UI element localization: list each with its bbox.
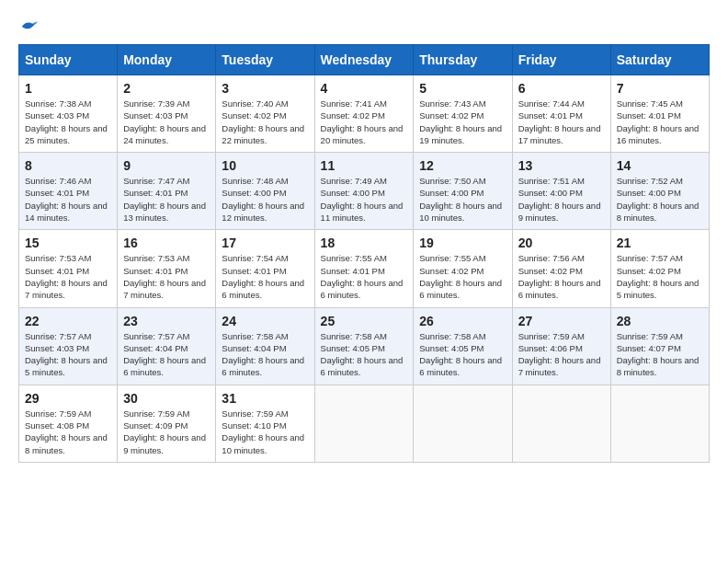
day-info: Sunrise: 7:55 AM Sunset: 4:01 PM Dayligh… — [321, 252, 408, 301]
day-number: 3 — [222, 81, 308, 96]
day-info: Sunrise: 7:51 AM Sunset: 4:00 PM Dayligh… — [518, 175, 605, 224]
calendar-week-row: 22Sunrise: 7:57 AM Sunset: 4:03 PM Dayli… — [19, 307, 710, 385]
day-info: Sunrise: 7:58 AM Sunset: 4:05 PM Dayligh… — [419, 330, 506, 379]
day-info: Sunrise: 7:44 AM Sunset: 4:01 PM Dayligh… — [518, 98, 605, 146]
day-info: Sunrise: 7:58 AM Sunset: 4:04 PM Dayligh… — [222, 330, 308, 379]
calendar-cell: 6Sunrise: 7:44 AM Sunset: 4:01 PM Daylig… — [512, 75, 610, 153]
calendar-cell — [314, 385, 414, 462]
day-info: Sunrise: 7:59 AM Sunset: 4:06 PM Dayligh… — [518, 330, 605, 379]
day-number: 28 — [617, 314, 703, 328]
day-number: 6 — [518, 81, 605, 96]
day-info: Sunrise: 7:57 AM Sunset: 4:04 PM Dayligh… — [123, 330, 210, 379]
calendar-cell: 22Sunrise: 7:57 AM Sunset: 4:03 PM Dayli… — [19, 307, 118, 385]
day-number: 25 — [321, 314, 408, 328]
calendar-week-row: 29Sunrise: 7:59 AM Sunset: 4:08 PM Dayli… — [19, 385, 710, 462]
day-number: 20 — [518, 236, 605, 250]
calendar-cell: 30Sunrise: 7:59 AM Sunset: 4:09 PM Dayli… — [118, 385, 216, 462]
day-info: Sunrise: 7:59 AM Sunset: 4:08 PM Dayligh… — [25, 408, 111, 456]
calendar-cell: 16Sunrise: 7:53 AM Sunset: 4:01 PM Dayli… — [118, 230, 216, 307]
calendar-table: SundayMondayTuesdayWednesdayThursdayFrid… — [18, 44, 710, 463]
calendar-cell: 20Sunrise: 7:56 AM Sunset: 4:02 PM Dayli… — [512, 230, 610, 307]
calendar-cell: 27Sunrise: 7:59 AM Sunset: 4:06 PM Dayli… — [512, 307, 610, 385]
calendar-cell: 17Sunrise: 7:54 AM Sunset: 4:01 PM Dayli… — [216, 230, 314, 307]
calendar-cell: 21Sunrise: 7:57 AM Sunset: 4:02 PM Dayli… — [610, 230, 709, 307]
calendar-cell: 18Sunrise: 7:55 AM Sunset: 4:01 PM Dayli… — [314, 230, 414, 307]
day-number: 5 — [419, 81, 506, 96]
day-number: 10 — [222, 158, 308, 173]
calendar-cell: 1Sunrise: 7:38 AM Sunset: 4:03 PM Daylig… — [19, 75, 118, 153]
day-info: Sunrise: 7:52 AM Sunset: 4:00 PM Dayligh… — [617, 175, 703, 224]
day-number: 11 — [321, 158, 408, 173]
day-number: 21 — [617, 236, 703, 250]
day-number: 9 — [123, 158, 210, 173]
day-info: Sunrise: 7:40 AM Sunset: 4:02 PM Dayligh… — [222, 98, 308, 146]
day-number: 7 — [617, 81, 703, 96]
day-number: 14 — [617, 158, 703, 173]
calendar-cell: 13Sunrise: 7:51 AM Sunset: 4:00 PM Dayli… — [512, 153, 610, 230]
calendar-cell — [610, 385, 709, 462]
calendar-cell: 3Sunrise: 7:40 AM Sunset: 4:02 PM Daylig… — [216, 75, 314, 153]
calendar-week-row: 1Sunrise: 7:38 AM Sunset: 4:03 PM Daylig… — [19, 75, 710, 153]
weekday-header-wednesday: Wednesday — [314, 45, 414, 75]
calendar-cell: 14Sunrise: 7:52 AM Sunset: 4:00 PM Dayli… — [610, 153, 709, 230]
calendar-cell: 25Sunrise: 7:58 AM Sunset: 4:05 PM Dayli… — [314, 307, 414, 385]
calendar-cell: 2Sunrise: 7:39 AM Sunset: 4:03 PM Daylig… — [118, 75, 216, 153]
day-info: Sunrise: 7:59 AM Sunset: 4:09 PM Dayligh… — [123, 408, 210, 456]
day-info: Sunrise: 7:50 AM Sunset: 4:00 PM Dayligh… — [419, 175, 506, 224]
day-number: 27 — [518, 314, 605, 328]
day-number: 31 — [222, 391, 308, 406]
day-info: Sunrise: 7:39 AM Sunset: 4:03 PM Dayligh… — [123, 98, 210, 146]
calendar-cell: 5Sunrise: 7:43 AM Sunset: 4:02 PM Daylig… — [414, 75, 512, 153]
weekday-header-tuesday: Tuesday — [216, 45, 314, 75]
day-info: Sunrise: 7:45 AM Sunset: 4:01 PM Dayligh… — [617, 98, 703, 146]
calendar-cell: 4Sunrise: 7:41 AM Sunset: 4:02 PM Daylig… — [314, 75, 414, 153]
day-info: Sunrise: 7:59 AM Sunset: 4:07 PM Dayligh… — [617, 330, 703, 379]
calendar-cell: 12Sunrise: 7:50 AM Sunset: 4:00 PM Dayli… — [414, 153, 512, 230]
calendar-cell: 15Sunrise: 7:53 AM Sunset: 4:01 PM Dayli… — [19, 230, 118, 307]
day-info: Sunrise: 7:57 AM Sunset: 4:03 PM Dayligh… — [25, 330, 111, 379]
day-number: 2 — [123, 81, 210, 96]
day-info: Sunrise: 7:49 AM Sunset: 4:00 PM Dayligh… — [321, 175, 408, 224]
day-number: 29 — [25, 391, 111, 406]
day-number: 17 — [222, 236, 308, 250]
day-number: 24 — [222, 314, 308, 328]
day-number: 19 — [419, 236, 506, 250]
day-info: Sunrise: 7:41 AM Sunset: 4:02 PM Dayligh… — [321, 98, 408, 146]
weekday-header-row: SundayMondayTuesdayWednesdayThursdayFrid… — [19, 45, 710, 75]
logo-bird-icon — [20, 18, 39, 35]
day-info: Sunrise: 7:48 AM Sunset: 4:00 PM Dayligh… — [222, 175, 308, 224]
day-info: Sunrise: 7:58 AM Sunset: 4:05 PM Dayligh… — [321, 330, 408, 379]
calendar-cell: 29Sunrise: 7:59 AM Sunset: 4:08 PM Dayli… — [19, 385, 118, 462]
calendar-cell: 28Sunrise: 7:59 AM Sunset: 4:07 PM Dayli… — [610, 307, 709, 385]
day-info: Sunrise: 7:55 AM Sunset: 4:02 PM Dayligh… — [419, 252, 506, 301]
day-info: Sunrise: 7:54 AM Sunset: 4:01 PM Dayligh… — [222, 252, 308, 301]
weekday-header-saturday: Saturday — [610, 45, 709, 75]
calendar-cell: 8Sunrise: 7:46 AM Sunset: 4:01 PM Daylig… — [19, 153, 118, 230]
day-info: Sunrise: 7:53 AM Sunset: 4:01 PM Dayligh… — [25, 252, 111, 301]
calendar-cell: 23Sunrise: 7:57 AM Sunset: 4:04 PM Dayli… — [118, 307, 216, 385]
day-number: 26 — [419, 314, 506, 328]
calendar-cell: 10Sunrise: 7:48 AM Sunset: 4:00 PM Dayli… — [216, 153, 314, 230]
weekday-header-monday: Monday — [118, 45, 216, 75]
day-number: 30 — [123, 391, 210, 406]
calendar-week-row: 8Sunrise: 7:46 AM Sunset: 4:01 PM Daylig… — [19, 153, 710, 230]
day-info: Sunrise: 7:57 AM Sunset: 4:02 PM Dayligh… — [617, 252, 703, 301]
day-info: Sunrise: 7:47 AM Sunset: 4:01 PM Dayligh… — [123, 175, 210, 224]
day-number: 12 — [419, 158, 506, 173]
day-number: 16 — [123, 236, 210, 250]
day-number: 22 — [25, 314, 111, 328]
day-info: Sunrise: 7:43 AM Sunset: 4:02 PM Dayligh… — [419, 98, 506, 146]
calendar-cell: 26Sunrise: 7:58 AM Sunset: 4:05 PM Dayli… — [414, 307, 512, 385]
calendar-cell — [512, 385, 610, 462]
weekday-header-friday: Friday — [512, 45, 610, 75]
calendar-cell: 19Sunrise: 7:55 AM Sunset: 4:02 PM Dayli… — [414, 230, 512, 307]
logo — [18, 18, 39, 35]
day-number: 4 — [321, 81, 408, 96]
day-number: 15 — [25, 236, 111, 250]
day-number: 23 — [123, 314, 210, 328]
calendar-cell: 9Sunrise: 7:47 AM Sunset: 4:01 PM Daylig… — [118, 153, 216, 230]
calendar-cell: 31Sunrise: 7:59 AM Sunset: 4:10 PM Dayli… — [216, 385, 314, 462]
day-info: Sunrise: 7:59 AM Sunset: 4:10 PM Dayligh… — [222, 408, 308, 456]
calendar-cell: 11Sunrise: 7:49 AM Sunset: 4:00 PM Dayli… — [314, 153, 414, 230]
weekday-header-thursday: Thursday — [414, 45, 512, 75]
